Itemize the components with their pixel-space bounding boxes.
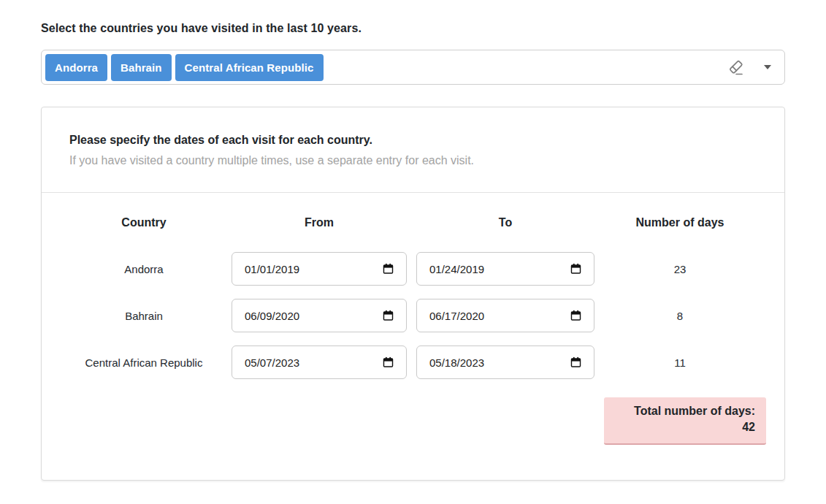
days-cell: 8 bbox=[604, 310, 766, 322]
country-cell: Andorra bbox=[56, 263, 232, 275]
from-date-value[interactable] bbox=[245, 263, 382, 275]
to-date-value[interactable] bbox=[429, 310, 570, 322]
panel-title: Please specify the dates of each visit f… bbox=[69, 134, 757, 147]
from-date-input[interactable] bbox=[232, 299, 407, 332]
select-tools bbox=[726, 58, 771, 77]
header-to: To bbox=[416, 216, 604, 229]
calendar-icon[interactable] bbox=[382, 262, 394, 275]
selected-country-chip[interactable]: Andorra bbox=[45, 54, 107, 81]
chevron-down-icon[interactable] bbox=[764, 65, 771, 69]
table-row: Central African Republic bbox=[56, 345, 770, 379]
to-date-value[interactable] bbox=[429, 263, 570, 275]
visits-panel: Please specify the dates of each visit f… bbox=[41, 107, 785, 481]
page: Select the countries you have visited in… bbox=[0, 0, 826, 481]
eraser-icon bbox=[726, 58, 746, 77]
from-date-input[interactable] bbox=[232, 252, 407, 286]
table-row: Andorra bbox=[56, 252, 770, 286]
visits-table: Country From To Number of days Andorra bbox=[42, 216, 784, 445]
country-cell: Bahrain bbox=[56, 310, 232, 322]
calendar-icon[interactable] bbox=[382, 309, 394, 322]
table-header-row: Country From To Number of days bbox=[56, 216, 770, 229]
calendar-icon[interactable] bbox=[570, 356, 582, 369]
calendar-icon[interactable] bbox=[382, 356, 394, 369]
selected-country-chip[interactable]: Central African Republic bbox=[175, 54, 324, 81]
from-date-value[interactable] bbox=[245, 310, 382, 322]
clear-selection-button[interactable] bbox=[726, 58, 746, 77]
to-date-input[interactable] bbox=[416, 345, 594, 379]
country-multiselect[interactable]: Andorra Bahrain Central African Republic bbox=[41, 50, 785, 85]
panel-subtitle: If you have visited a country multiple t… bbox=[69, 154, 757, 167]
header-from: From bbox=[232, 216, 416, 229]
days-cell: 11 bbox=[604, 356, 766, 369]
country-cell: Central African Republic bbox=[56, 356, 232, 369]
to-date-input[interactable] bbox=[416, 299, 594, 332]
total-days-value: 42 bbox=[615, 419, 755, 435]
calendar-icon[interactable] bbox=[570, 309, 582, 322]
header-days: Number of days bbox=[604, 216, 766, 229]
from-date-value[interactable] bbox=[245, 356, 382, 369]
days-cell: 23 bbox=[604, 263, 766, 275]
to-date-input[interactable] bbox=[416, 252, 594, 286]
from-date-input[interactable] bbox=[232, 345, 407, 379]
total-days-box: Total number of days: 42 bbox=[604, 397, 766, 445]
total-row: Total number of days: 42 bbox=[56, 397, 770, 445]
header-country: Country bbox=[56, 216, 232, 229]
panel-header: Please specify the dates of each visit f… bbox=[42, 107, 784, 193]
to-date-value[interactable] bbox=[429, 356, 570, 369]
calendar-icon[interactable] bbox=[570, 262, 582, 275]
prompt-label: Select the countries you have visited in… bbox=[41, 22, 785, 35]
selected-country-chip[interactable]: Bahrain bbox=[111, 54, 172, 81]
total-days-label: Total number of days: bbox=[615, 403, 755, 419]
table-row: Bahrain bbox=[56, 299, 770, 332]
